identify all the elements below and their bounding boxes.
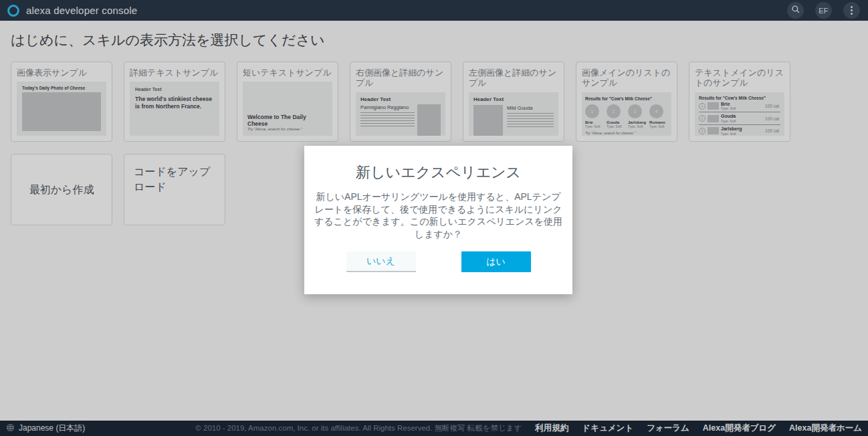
dialog-body-text: 新しいAPLオーサリングツールを使用すると、APLテンプレートを保存して、後で使…	[314, 191, 563, 240]
no-button[interactable]: いいえ	[346, 251, 416, 272]
dialog-title: 新しいエクスペリエンス	[304, 164, 572, 181]
yes-button[interactable]: はい	[461, 251, 531, 272]
new-experience-dialog: 新しいエクスペリエンス 新しいAPLオーサリングツールを使用すると、APLテンプ…	[304, 146, 572, 294]
